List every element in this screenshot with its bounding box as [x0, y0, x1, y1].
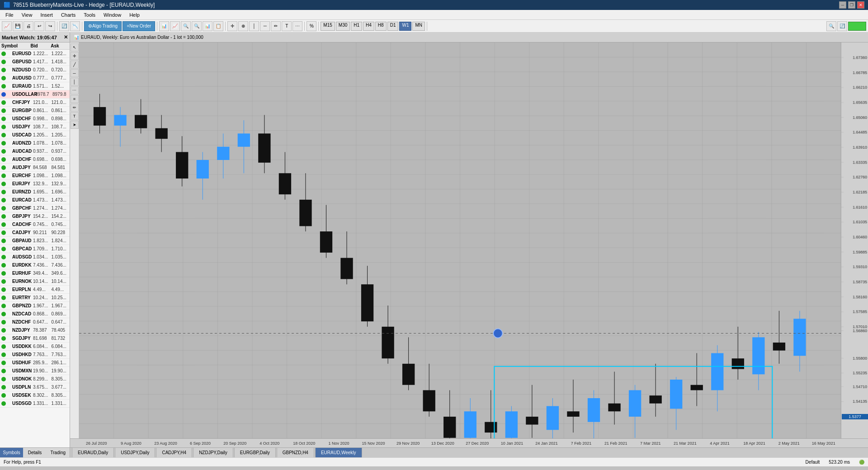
tool-pen[interactable]: ✏	[71, 103, 79, 112]
close-button[interactable]: ✕	[857, 1, 864, 9]
save-button[interactable]: 💾	[13, 21, 23, 31]
hline-button[interactable]: ─	[260, 21, 270, 31]
market-watch-row[interactable]: CADJPY 90.211 90.228	[0, 229, 70, 237]
tf-h1[interactable]: H1	[351, 22, 362, 31]
market-watch-row[interactable]: EURAUD 1.571... 1.52...	[0, 82, 70, 90]
market-watch-row[interactable]: AUDJPY 84.568 84.581	[0, 164, 70, 172]
redo-button[interactable]: ↪	[45, 21, 55, 31]
text-button[interactable]: T	[282, 21, 292, 31]
market-watch-row[interactable]: USDCHF 0.998... 0.898...	[0, 115, 70, 123]
algo-trading-button[interactable]: ⚙ Algo Trading	[84, 21, 122, 31]
refresh-button[interactable]: 🔄	[59, 21, 69, 31]
market-watch-row[interactable]: USDHKD 7.763... 7.763...	[0, 351, 70, 359]
new-order-button[interactable]: + New Order	[123, 21, 155, 31]
tool-line[interactable]: ╱	[71, 61, 79, 69]
market-watch-row[interactable]: USDMXN 19.90... 19.90...	[0, 367, 70, 375]
market-watch-row[interactable]: AUDCAD 0.937... 0.937...	[0, 147, 70, 155]
market-watch-row[interactable]: EURNZD 1.695... 1.696...	[0, 188, 70, 196]
chart-tab[interactable]: EURAUD,Weekly	[315, 447, 362, 457]
new-chart-button[interactable]: 📈	[2, 21, 12, 31]
menu-view[interactable]: View	[18, 11, 36, 19]
menu-insert[interactable]: Insert	[37, 11, 57, 19]
market-watch-row[interactable]: USDNOK 8.299... 8.305...	[0, 375, 70, 383]
chart-tab[interactable]: NZDJPY,Daily	[193, 447, 233, 457]
tf-h8[interactable]: H8	[375, 22, 387, 31]
chart-tab[interactable]: CADJPY,H4	[156, 447, 192, 457]
draw-button[interactable]: ✏	[271, 21, 281, 31]
market-watch-row[interactable]: USDSEK 8.302... 8.305...	[0, 391, 70, 400]
chart-tab[interactable]: GBPNZD,H4	[277, 447, 314, 457]
market-watch-row[interactable]: GBPNZD 1.967... 1.967...	[0, 302, 70, 310]
market-watch-row[interactable]: GBPCHF 1.274... 1.274...	[0, 204, 70, 212]
market-watch-row[interactable]: AUDCHF 0.698... 0.698...	[0, 155, 70, 164]
history-button[interactable]: 📉	[70, 21, 80, 31]
market-watch-row[interactable]: NZDUSD 0.720... 0.720...	[0, 66, 70, 74]
minimize-button[interactable]: ─	[839, 1, 846, 9]
market-watch-row[interactable]: EURUSD 1.222... 1.222...	[0, 50, 70, 58]
market-watch-row[interactable]: CADCHF 0.745... 0.745...	[0, 221, 70, 229]
chart-type-button[interactable]: 📈	[170, 21, 180, 31]
market-watch-close[interactable]: ✕	[64, 34, 68, 40]
chart-tab[interactable]: USDJPY,Daily	[115, 447, 155, 457]
market-watch-row[interactable]: AUDSGD 1.034... 1.035...	[0, 253, 70, 261]
undo-button[interactable]: ↩	[34, 21, 44, 31]
market-watch-row[interactable]: GBPJPY 154.2... 154.2...	[0, 212, 70, 221]
market-watch-row[interactable]: USDCAD 1.205... 1.205...	[0, 131, 70, 139]
menu-charts[interactable]: Charts	[57, 11, 79, 19]
tool-fib[interactable]: ⋯	[71, 86, 79, 94]
market-watch-row[interactable]: EURHUF 349.4... 349.6...	[0, 269, 70, 277]
market-watch-row[interactable]: GBPUSD 1.417... 1.418...	[0, 58, 70, 66]
tool-arrow[interactable]: ➤	[71, 121, 79, 129]
market-watch-row[interactable]: EURDKK 7.436... 7.436...	[0, 261, 70, 269]
market-watch-row[interactable]: NZDCAD 0.868... 0.869...	[0, 310, 70, 318]
market-watch-row[interactable]: USDDKK 6.084... 6.084...	[0, 343, 70, 351]
market-watch-row[interactable]: USDPLN 3.675... 3.677...	[0, 383, 70, 391]
percent-button[interactable]: %	[307, 21, 316, 31]
menu-file[interactable]: File	[2, 11, 17, 19]
tf-m30[interactable]: M30	[336, 22, 350, 31]
tf-w1[interactable]: W1	[399, 22, 411, 31]
tf-d1[interactable]: D1	[387, 22, 399, 31]
tf-h4[interactable]: H4	[363, 22, 374, 31]
market-watch-row[interactable]: EURCAD 1.473... 1.473...	[0, 196, 70, 204]
market-watch-row[interactable]: SGDJPY 81.698 81.732	[0, 334, 70, 343]
menu-window[interactable]: Window	[100, 11, 125, 19]
market-watch-row[interactable]: GBPAUD 1.823... 1.824...	[0, 237, 70, 245]
symbols-tab[interactable]: Symbols	[0, 448, 23, 457]
market-watch-row[interactable]: USDJPY 108.7... 108.7...	[0, 123, 70, 131]
market-watch-row[interactable]: NZDCHF 0.647... 0.647...	[0, 318, 70, 326]
line-button[interactable]: │	[249, 21, 259, 31]
search-button[interactable]: 🔍	[826, 21, 836, 31]
crosshair2-button[interactable]: ⊕	[238, 21, 248, 31]
crosshair-button[interactable]: ✛	[227, 21, 237, 31]
tool-channel[interactable]: ≡	[71, 95, 79, 103]
tool-crosshair[interactable]: ✛	[71, 52, 79, 60]
templates-button[interactable]: 📋	[213, 21, 223, 31]
tf-mn[interactable]: MN	[412, 22, 425, 31]
market-watch-row[interactable]: EURCHF 1.098... 1.098...	[0, 172, 70, 180]
market-watch-row[interactable]: AUDUSD 0.777... 0.777...	[0, 74, 70, 82]
zoom-out-button[interactable]: 🔍	[192, 21, 202, 31]
tool-hline[interactable]: ─	[71, 69, 79, 77]
tool-vline[interactable]: │	[71, 78, 79, 86]
print-button[interactable]: 🖨	[24, 21, 33, 31]
chart-main[interactable]	[79, 42, 841, 438]
tool-text[interactable]: T	[71, 112, 79, 120]
chart-tab[interactable]: EURGBP,Daily	[234, 447, 276, 457]
market-watch-row[interactable]: EURNOK 10.14... 10.14...	[0, 277, 70, 286]
market-watch-row[interactable]: USDHUF 285.9... 286.1...	[0, 359, 70, 367]
market-watch-row[interactable]: AUDNZD 1.078... 1.078...	[0, 139, 70, 147]
market-watch-row[interactable]: USDOLLAR 8978.7 8979.8	[0, 90, 70, 99]
chart-tab[interactable]: EURAUD,Daily	[72, 447, 114, 457]
menu-tools[interactable]: Tools	[80, 11, 99, 19]
market-watch-row[interactable]: EURPLN 4.49... 4.49...	[0, 286, 70, 294]
market-watch-row[interactable]: EURGBP 0.861... 0.861...	[0, 107, 70, 115]
market-watch-row[interactable]: USDSGD 1.331... 1.331...	[0, 400, 70, 408]
indicators-button[interactable]: 📊	[203, 21, 212, 31]
market-watch-row[interactable]: EURJPY 132.9... 132.9...	[0, 180, 70, 188]
menu-help[interactable]: Help	[126, 11, 143, 19]
period-button[interactable]: 📊	[159, 21, 169, 31]
market-watch-row[interactable]: GBPCAD 1.709... 1.710...	[0, 245, 70, 253]
market-watch-row[interactable]: EURTRY 10.24... 10.25...	[0, 294, 70, 302]
fib-button[interactable]: ⋯	[292, 21, 302, 31]
